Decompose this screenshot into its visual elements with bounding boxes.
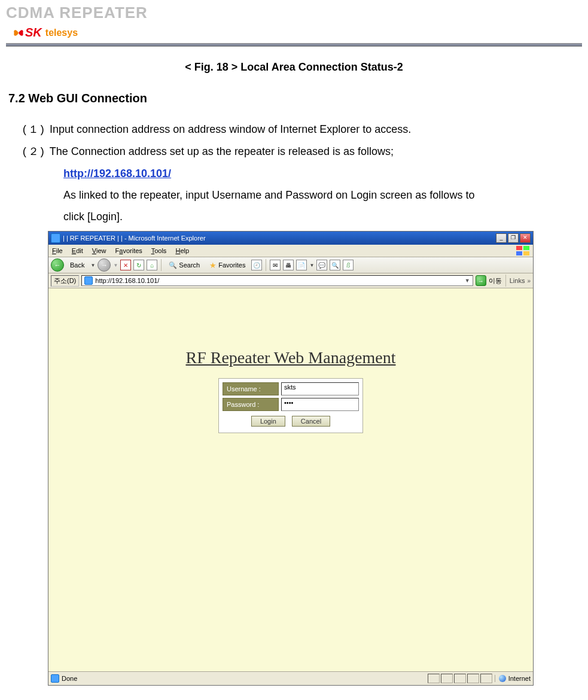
window-titlebar: | | RF REPEATER | | - Microsoft Internet…: [48, 232, 533, 245]
address-label: 주소(D): [51, 275, 79, 287]
step-2-text: The Connection address set up as the rep…: [50, 145, 394, 157]
ie-app-icon: [51, 233, 60, 243]
mail-button[interactable]: ✉: [270, 260, 281, 270]
history-button[interactable]: 🕘: [251, 260, 262, 270]
section-7-2-heading: 7.2 Web GUI Connection: [8, 92, 582, 105]
figure-18-caption: < Fig. 18 > Local Area Connection Status…: [6, 61, 582, 74]
address-bar: 주소(D) http://192.168.10.101/ ▼ → 이동 Link…: [48, 273, 533, 288]
logo-sk-text: SK: [25, 26, 42, 39]
windows-flag-icon: [516, 246, 529, 255]
document-header: CDMA REPEATER: [6, 0, 582, 23]
globe-icon: [499, 675, 506, 682]
window-title: | | RF REPEATER | | - Microsoft Internet…: [63, 235, 206, 242]
address-input[interactable]: http://192.168.10.101/ ▼: [81, 275, 473, 286]
forward-button[interactable]: →: [98, 258, 111, 272]
menu-help[interactable]: Help: [175, 247, 189, 254]
close-button[interactable]: ✕: [520, 233, 531, 243]
search-icon: 🔍: [169, 261, 177, 269]
menu-tools[interactable]: Tools: [151, 247, 167, 254]
after-url-line-2: click [Login].: [63, 211, 123, 223]
connection-url-link[interactable]: http://192.168.10.101/: [63, 168, 171, 179]
discuss-button[interactable]: 💬: [316, 260, 327, 270]
favorites-button[interactable]: ★ Favorites: [206, 260, 249, 271]
back-dropdown-icon[interactable]: ▼: [90, 263, 95, 268]
ie-window-screenshot: | | RF REPEATER | | - Microsoft Internet…: [48, 231, 534, 686]
password-label: Password :: [223, 398, 279, 411]
menu-view[interactable]: View: [92, 247, 106, 254]
addr-separator: [505, 275, 506, 287]
back-button[interactable]: ←: [51, 258, 64, 272]
password-input[interactable]: ••••: [281, 398, 359, 411]
maximize-button[interactable]: ❐: [508, 233, 519, 243]
toolbar-separator: [161, 259, 162, 271]
body-text: (１) Input connection address on address …: [22, 118, 582, 227]
username-label: Username :: [223, 382, 279, 395]
messenger-button[interactable]: ß: [343, 260, 354, 270]
menu-file[interactable]: FFileile: [52, 247, 63, 254]
username-input[interactable]: skts: [281, 382, 359, 395]
forward-dropdown-icon[interactable]: ▼: [113, 263, 118, 268]
go-label: 이동: [489, 276, 502, 285]
page-icon: [84, 276, 93, 285]
edit-dropdown-icon[interactable]: ▼: [309, 263, 314, 268]
logo-telesys-text: telesys: [45, 28, 78, 38]
menu-bar: FFileile Edit View Favorites Tools Help: [48, 245, 533, 257]
search-button[interactable]: 🔍 Search: [165, 260, 203, 270]
links-label[interactable]: Links: [510, 277, 525, 284]
print-button[interactable]: 🖶: [283, 260, 294, 270]
logo: SK telesys: [6, 23, 582, 43]
back-label[interactable]: Back: [66, 260, 88, 270]
status-page-icon: [51, 674, 59, 683]
research-button[interactable]: 🔍: [330, 260, 340, 270]
step-1-number: (１): [22, 119, 47, 141]
refresh-button[interactable]: ↻: [133, 260, 144, 270]
step-2-number: (２): [22, 141, 47, 163]
rf-repeater-title: RF Repeater Web Management: [185, 348, 395, 367]
header-divider: [6, 43, 582, 47]
status-panes: [428, 674, 492, 683]
menu-edit[interactable]: Edit: [72, 247, 83, 254]
butterfly-icon: [12, 26, 25, 39]
login-button[interactable]: Login: [251, 416, 285, 427]
security-zone: Internet: [495, 675, 531, 682]
status-text: Done: [62, 675, 77, 682]
home-button[interactable]: ⌂: [147, 260, 157, 270]
zone-label: Internet: [508, 675, 531, 682]
login-form: Username : skts Password : •••• Login Ca…: [218, 378, 363, 433]
toolbar-separator-2: [266, 259, 266, 271]
page-content: RF Repeater Web Management Username : sk…: [48, 288, 533, 671]
go-button[interactable]: →: [476, 275, 486, 286]
menu-favorites[interactable]: Favorites: [115, 247, 142, 254]
edit-button[interactable]: 📄: [296, 260, 307, 270]
links-chevron-icon[interactable]: »: [527, 278, 531, 284]
address-value: http://192.168.10.101/: [95, 277, 159, 284]
after-url-line-1: As linked to the repeater, input Usernam…: [63, 189, 474, 201]
stop-button[interactable]: ✕: [120, 260, 131, 270]
toolbar: ← Back ▼ → ▼ ✕ ↻ ⌂ 🔍 Search ★ Favorites …: [48, 257, 533, 273]
star-icon: ★: [209, 261, 217, 270]
status-bar: Done Internet: [48, 671, 533, 685]
address-dropdown-icon[interactable]: ▼: [465, 278, 470, 284]
cancel-button[interactable]: Cancel: [292, 416, 330, 427]
minimize-button[interactable]: _: [496, 233, 507, 243]
step-1-text: Input connection address on address wind…: [50, 123, 411, 135]
